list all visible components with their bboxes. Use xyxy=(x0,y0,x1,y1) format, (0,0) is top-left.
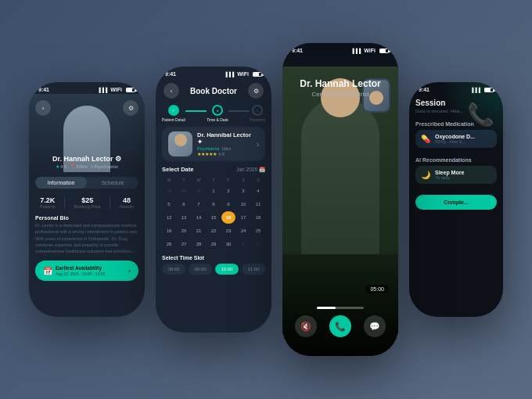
step-1-wrapper: ✓ Patient Detail xyxy=(162,105,185,122)
timeslots-row: 08:00 09:00 10:00 11:00 xyxy=(162,264,265,275)
cal-day-28[interactable]: 28 xyxy=(192,238,206,250)
med-icon-1: 💊 xyxy=(421,135,430,143)
status-icons-3: ▐▐▐ WiFi xyxy=(351,48,389,53)
status-icons-1: ▐▐▐ WiFi xyxy=(98,87,135,92)
cal-day-30b[interactable]: 30 xyxy=(221,238,235,250)
calendar-icon-sm: 📅 xyxy=(259,167,265,173)
phone-1-header: ‹ ⚙ Dr. Hannah Lector ⚙ ★ 4.5 📍 500m ⚕ P… xyxy=(29,94,145,172)
cal-day-12[interactable]: 12 xyxy=(162,211,176,224)
cal-day-1b[interactable]: 1 xyxy=(236,238,250,250)
cal-day-24[interactable]: 24 xyxy=(236,225,250,237)
doc-card-left: Dr. Hannibal Lector ✦ Psychiatrist 16km … xyxy=(168,131,257,156)
cal-day-5[interactable]: 5 xyxy=(162,198,176,210)
phone4-ai-section: AI Recommendations 🌙 Sleep More 7h daily xyxy=(409,154,503,190)
cal-day-1[interactable]: 1 xyxy=(207,185,221,197)
ai-card-1: 🌙 Sleep More 7h daily xyxy=(415,166,497,184)
cal-day-29a[interactable]: 29 xyxy=(162,185,176,197)
cal-day-27[interactable]: 27 xyxy=(177,238,191,250)
cal-day-20[interactable]: 20 xyxy=(177,225,191,237)
call-button[interactable]: 📞 xyxy=(329,315,351,337)
calendar-grid: M T W T F S S 29 30 31 1 2 3 4 5 6 7 8 xyxy=(162,176,265,250)
status-bar-1: 9:41 ▐▐▐ WiFi xyxy=(29,82,145,94)
cal-day-8[interactable]: 8 xyxy=(207,198,221,210)
distance-badge: 📍 500m xyxy=(70,164,88,169)
cal-day-6[interactable]: 6 xyxy=(177,198,191,210)
doctor-card-arrow[interactable]: › xyxy=(257,140,259,149)
stars-2: ★★★★★ xyxy=(197,151,217,156)
phone-1: 9:41 ▐▐▐ WiFi ‹ ⚙ Dr. Hannah Lector ⚙ ★ … xyxy=(29,82,145,317)
cal-day-15[interactable]: 15 xyxy=(207,211,221,224)
volume-fill xyxy=(317,307,336,309)
cal-day-18[interactable]: 18 xyxy=(251,211,265,224)
chat-button[interactable]: 💬 xyxy=(364,315,386,337)
doc3-name-area: Dr. Hannah Lector Certified Psychiatrist xyxy=(282,78,398,98)
cal-day-19[interactable]: 19 xyxy=(162,225,176,237)
time-1: 9:41 xyxy=(38,87,49,92)
status-bar-2: 9:41 ▐▐▐ WiFi xyxy=(156,66,271,78)
cal-day-16-today[interactable]: 16 xyxy=(221,211,235,224)
specialty-badge: ⚕ Psychiatrist xyxy=(91,164,118,169)
doc-info: Dr. Hannibal Lector ✦ Psychiatrist 16km … xyxy=(197,131,257,156)
day-header-s1: S xyxy=(236,176,250,184)
timeslot-0900[interactable]: 09:00 xyxy=(189,264,212,275)
cal-day-2b[interactable]: 2 xyxy=(251,238,265,250)
complete-button[interactable]: Comple... xyxy=(415,195,497,210)
rating-badge: ★ 4.5 xyxy=(56,164,66,169)
step-3-wrapper: ○ Payment xyxy=(250,105,265,122)
day-header-t1: T xyxy=(177,176,191,184)
divider-2 xyxy=(110,196,110,209)
ai-dose-1: 7h daily xyxy=(435,175,464,180)
mute-button[interactable]: 🔇 xyxy=(295,315,317,337)
phone-3: 9:41 ▐▐▐ WiFi Dr. Hannah Lector Certifie… xyxy=(282,43,398,356)
step-3-circle: ○ xyxy=(252,105,263,116)
timeslot-0800[interactable]: 08:00 xyxy=(162,264,185,275)
cal-day-31a[interactable]: 31 xyxy=(192,185,206,197)
wifi-icon-2: WiFi xyxy=(237,71,249,77)
cal-day-2[interactable]: 2 xyxy=(221,185,235,197)
cal-day-21[interactable]: 21 xyxy=(192,225,206,237)
tab-information[interactable]: Information xyxy=(35,177,87,189)
timeslot-1000[interactable]: 10:00 xyxy=(215,264,239,275)
cal-day-11[interactable]: 11 xyxy=(251,198,265,210)
calendar-section: Select Date Jan 2026 📅 M T W T F S S 29 … xyxy=(156,166,271,250)
cal-day-23[interactable]: 23 xyxy=(221,225,235,237)
wifi-icon-1: WiFi xyxy=(110,87,122,92)
back-button-1[interactable]: ‹ xyxy=(35,100,51,116)
divider-1 xyxy=(64,196,65,209)
cal-day-29b[interactable]: 29 xyxy=(207,238,221,250)
phone2-header: ‹ Book Doctor ⚙ xyxy=(156,78,271,103)
doc-name-2: Dr. Hannibal Lector ✦ xyxy=(197,131,257,146)
cal-day-22[interactable]: 22 xyxy=(207,225,221,237)
cal-day-13[interactable]: 13 xyxy=(177,211,191,224)
tab-schedule[interactable]: Schedule xyxy=(87,177,138,189)
calendar-icon: 📅 xyxy=(43,267,52,275)
time-3: 9:41 xyxy=(292,48,303,53)
cal-day-4[interactable]: 4 xyxy=(251,185,265,197)
cal-day-3[interactable]: 3 xyxy=(236,185,250,197)
cal-day-14[interactable]: 14 xyxy=(192,211,206,224)
cal-day-7[interactable]: 7 xyxy=(192,198,206,210)
back-button-2[interactable]: ‹ xyxy=(164,83,179,99)
cal-day-26[interactable]: 26 xyxy=(162,238,176,250)
cal-day-25[interactable]: 25 xyxy=(251,225,265,237)
step-1-circle: ✓ xyxy=(168,105,179,116)
gear-button-2[interactable]: ⚙ xyxy=(248,83,264,99)
calendar-title: Select Date xyxy=(162,166,193,173)
connector-2 xyxy=(228,110,250,112)
wifi-icon-3: WiFi xyxy=(364,48,376,53)
volume-slider[interactable] xyxy=(317,307,364,309)
cal-day-30a[interactable]: 30 xyxy=(177,185,191,197)
cal-day-10[interactable]: 10 xyxy=(236,198,250,210)
call-controls: 🔇 📞 💬 xyxy=(295,315,386,337)
phone-2: 9:41 ▐▐▐ WiFi ‹ Book Doctor ⚙ ✓ Patient … xyxy=(156,66,271,332)
cal-day-9[interactable]: 9 xyxy=(221,198,235,210)
tabs-row-1: Information Schedule xyxy=(35,177,138,189)
availability-button[interactable]: 📅 Earliest Availability Aug 23, 2025 · 1… xyxy=(35,261,138,281)
stat-price: $25 Booking Price xyxy=(74,196,101,209)
timeslot-1100[interactable]: 11:00 xyxy=(242,264,265,275)
signal-icon-1: ▐▐▐ xyxy=(98,88,108,92)
gear-button-1[interactable]: ⚙ xyxy=(123,100,138,116)
day-header-m: M xyxy=(162,176,176,184)
doc3-name: Dr. Hannah Lector xyxy=(282,78,398,89)
cal-day-17[interactable]: 17 xyxy=(236,211,250,224)
